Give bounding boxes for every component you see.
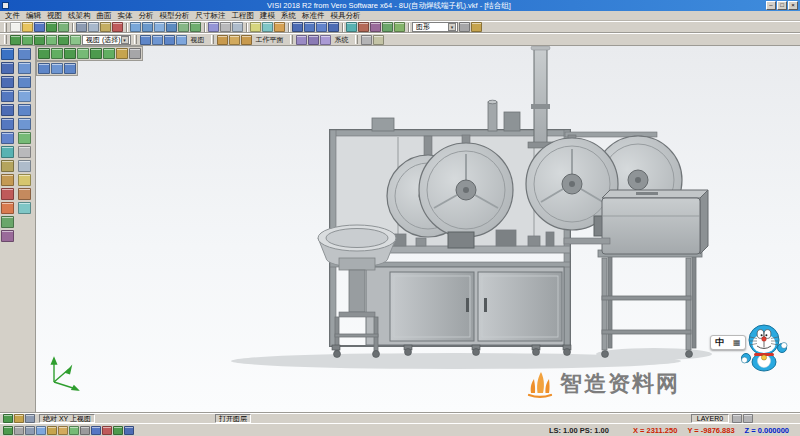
solid-icon[interactable]: [358, 22, 369, 32]
cut-icon[interactable]: [76, 22, 87, 32]
swatch-green-icon[interactable]: [113, 426, 123, 435]
grid-toggle-icon[interactable]: [14, 426, 24, 435]
new-file-icon[interactable]: [10, 22, 21, 32]
menu-model-analysis[interactable]: 模型分析: [157, 11, 193, 21]
osnap-toggle-icon[interactable]: [47, 426, 57, 435]
view-top-icon[interactable]: [152, 35, 163, 45]
workplane-custom-icon[interactable]: [241, 35, 252, 45]
snap-center-icon[interactable]: [90, 48, 102, 59]
menu-standard-parts[interactable]: 标准件: [299, 11, 328, 21]
zoom-window-icon[interactable]: [154, 22, 165, 32]
measure-icon[interactable]: [274, 22, 285, 32]
swatch-blue-icon[interactable]: [124, 426, 134, 435]
snap-mid-icon[interactable]: [77, 48, 89, 59]
otrack-toggle-icon[interactable]: [58, 426, 68, 435]
delete-icon[interactable]: [112, 22, 123, 32]
menu-edit[interactable]: 编辑: [23, 11, 44, 21]
system-info-icon[interactable]: [308, 35, 319, 45]
rail-circle-icon[interactable]: [1, 104, 14, 116]
circle-icon[interactable]: [328, 22, 339, 32]
swatch-red-icon[interactable]: [102, 426, 112, 435]
minimize-button[interactable]: –: [766, 1, 776, 10]
open-file-icon[interactable]: [22, 22, 33, 32]
menu-system[interactable]: 系统: [278, 11, 299, 21]
snap-toggle-icon[interactable]: [3, 426, 13, 435]
redo-icon[interactable]: [58, 22, 69, 32]
workplane-xy-icon[interactable]: [217, 35, 228, 45]
rail-dimension-icon[interactable]: [1, 174, 14, 186]
rail-text-icon[interactable]: [1, 160, 14, 172]
dropdown-arrow-icon[interactable]: ▾: [121, 36, 129, 44]
rail-rectangle-icon[interactable]: [1, 118, 14, 130]
select-edge-icon[interactable]: [34, 35, 45, 45]
snap-grid-icon[interactable]: [51, 48, 63, 59]
rail-mirror-icon[interactable]: [1, 230, 14, 242]
arc-icon[interactable]: [316, 22, 327, 32]
line-icon[interactable]: [304, 22, 315, 32]
graphics-combo[interactable]: 图形▾: [412, 22, 458, 32]
rail-view-back-icon[interactable]: [18, 104, 31, 116]
machine-3d-model[interactable]: [36, 46, 800, 412]
menu-file[interactable]: 文件: [2, 11, 23, 21]
system-macro-icon[interactable]: [320, 35, 331, 45]
titlebar[interactable]: VISI 2018 R2 from Vero Software x64 - 8U…: [0, 0, 800, 11]
ortho-icon[interactable]: [116, 48, 128, 59]
polar-toggle-icon[interactable]: [36, 426, 46, 435]
snap-intersect-icon[interactable]: [103, 48, 115, 59]
select-face-icon[interactable]: [22, 35, 33, 45]
layer-state-icon[interactable]: [91, 426, 101, 435]
ortho-toggle-icon[interactable]: [25, 426, 35, 435]
plane-lock-icon[interactable]: [14, 414, 24, 423]
lineweight-icon[interactable]: [80, 426, 90, 435]
rail-hidden-line-icon[interactable]: [18, 160, 31, 172]
rotate-icon[interactable]: [51, 63, 63, 74]
snap-icon[interactable]: [471, 22, 482, 32]
menu-analysis[interactable]: 分析: [136, 11, 157, 21]
wireframe-view-icon[interactable]: [220, 22, 231, 32]
rail-offset-icon[interactable]: [1, 216, 14, 228]
select-icon[interactable]: [10, 35, 21, 45]
rail-view-left-icon[interactable]: [18, 118, 31, 130]
rail-spline-icon[interactable]: [1, 146, 14, 158]
dyn-input-icon[interactable]: [69, 426, 79, 435]
rail-render-icon[interactable]: [18, 202, 31, 214]
menu-dimension[interactable]: 尺寸标注: [193, 11, 229, 21]
calculator-icon[interactable]: [361, 35, 372, 45]
fillet-icon[interactable]: [382, 22, 393, 32]
construction-icon[interactable]: [129, 48, 141, 59]
rail-select-icon[interactable]: [1, 48, 14, 60]
rail-line-icon[interactable]: [1, 76, 14, 88]
workplane-indicator[interactable]: 绝对 XY 上视图: [39, 414, 95, 423]
menu-wireframe[interactable]: 线架构: [65, 11, 94, 21]
ime-language-indicator[interactable]: 中: [715, 336, 724, 349]
view-iso-icon[interactable]: [140, 35, 151, 45]
zoom-out-icon[interactable]: [142, 22, 153, 32]
prev-view-icon[interactable]: [732, 414, 742, 423]
menu-modeling[interactable]: 建模: [257, 11, 278, 21]
grid-icon[interactable]: [459, 22, 470, 32]
menu-drafting[interactable]: 工程图: [229, 11, 258, 21]
menu-solid[interactable]: 实体: [115, 11, 136, 21]
rail-view-front-icon[interactable]: [18, 76, 31, 88]
wcs-icon[interactable]: [38, 48, 50, 59]
rail-light-icon[interactable]: [18, 174, 31, 186]
undo-icon[interactable]: [46, 22, 57, 32]
zoom-in-icon[interactable]: [130, 22, 141, 32]
rail-trim-icon[interactable]: [1, 188, 14, 200]
rail-polyline-icon[interactable]: [1, 132, 14, 144]
boolean-icon[interactable]: [370, 22, 381, 32]
rail-material-icon[interactable]: [18, 188, 31, 200]
dropdown-arrow-icon[interactable]: ▾: [448, 23, 456, 31]
rotate-view-icon[interactable]: [190, 22, 201, 32]
menu-surface[interactable]: 曲面: [94, 11, 115, 21]
surface-icon[interactable]: [346, 22, 357, 32]
save-icon[interactable]: [34, 22, 45, 32]
snap-end-icon[interactable]: [64, 48, 76, 59]
select-body-icon[interactable]: [46, 35, 57, 45]
hidden-line-icon[interactable]: [232, 22, 243, 32]
system-settings-icon[interactable]: [296, 35, 307, 45]
rail-wireframe-icon[interactable]: [18, 146, 31, 158]
notes-icon[interactable]: [373, 35, 384, 45]
paste-icon[interactable]: [100, 22, 111, 32]
chamfer-icon[interactable]: [394, 22, 405, 32]
